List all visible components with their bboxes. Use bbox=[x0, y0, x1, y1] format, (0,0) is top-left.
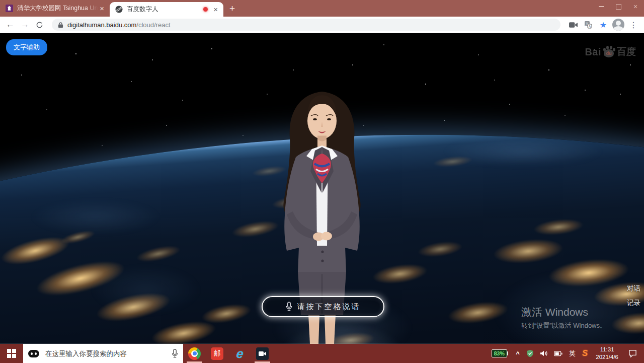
starfield bbox=[0, 33, 1, 34]
url-path: /cloud/react bbox=[136, 21, 170, 29]
svg-text:A: A bbox=[589, 25, 591, 28]
action-center-icon[interactable] bbox=[628, 349, 637, 357]
tab-title: 清华大学校园网 Tsinghua Univ bbox=[17, 4, 98, 13]
camera-app-icon bbox=[256, 347, 269, 360]
baidu-logo: Bai du 百度 bbox=[585, 45, 636, 58]
forward-button[interactable]: → bbox=[18, 20, 32, 30]
tray-date: 2021/4/6 bbox=[596, 353, 618, 361]
restore-button[interactable] bbox=[610, 0, 627, 13]
taskbar-clock[interactable]: 11:31 2021/4/6 bbox=[596, 346, 618, 361]
baidu-paw-icon: du bbox=[602, 46, 615, 58]
tray-time: 11:31 bbox=[596, 346, 618, 353]
hidden-icons-chevron[interactable]: ^ bbox=[516, 350, 520, 357]
tab-tsinghua[interactable]: 清华大学校园网 Tsinghua Univ × bbox=[0, 0, 110, 17]
avatar bbox=[612, 19, 624, 31]
battery-icon[interactable] bbox=[554, 351, 562, 356]
tsinghua-favicon bbox=[5, 5, 13, 13]
microphone-icon bbox=[286, 302, 292, 312]
url-host: digitalhuman.baidu.com bbox=[67, 21, 136, 29]
baidu-logo-cn: 百度 bbox=[617, 45, 636, 58]
baidu-logo-bai: Bai bbox=[585, 46, 601, 58]
windows-taskbar: 邮 e 83% ^ 英 S 11:31 bbox=[0, 344, 644, 363]
battery-percent-label: 83% bbox=[492, 349, 507, 357]
browser-tab-bar: 清华大学校园网 Tsinghua Univ × 百度数字人 × + × bbox=[0, 0, 644, 17]
new-tab-button[interactable]: + bbox=[223, 1, 241, 16]
screen: 清华大学校园网 Tsinghua Univ × 百度数字人 × + × ← → bbox=[0, 0, 644, 363]
chrome-icon bbox=[188, 347, 201, 360]
globe-favicon bbox=[115, 6, 123, 14]
start-button[interactable] bbox=[0, 344, 23, 363]
volume-icon[interactable] bbox=[540, 350, 548, 357]
taskbar-ie-app[interactable]: e bbox=[228, 344, 251, 363]
push-to-talk-button[interactable]: 请按下空格说话 bbox=[262, 296, 384, 317]
text-assist-button[interactable]: 文字辅助 bbox=[6, 39, 47, 55]
battery-nub bbox=[507, 351, 509, 355]
taskbar-chrome-app[interactable] bbox=[183, 344, 206, 363]
profile-avatar[interactable] bbox=[611, 19, 626, 31]
recording-indicator bbox=[203, 7, 208, 12]
push-to-talk-label: 请按下空格说话 bbox=[297, 302, 361, 312]
digital-human-page: 文字辅助 Bai du 百度 bbox=[0, 33, 644, 344]
input-language-indicator[interactable]: 英 bbox=[569, 349, 576, 358]
camera-extension-icon[interactable] bbox=[566, 22, 581, 28]
translate-extension-icon[interactable]: 文A bbox=[581, 21, 596, 29]
taskbar-search[interactable] bbox=[23, 344, 183, 363]
address-bar[interactable]: digitalhuman.baidu.com/cloud/react bbox=[52, 19, 560, 31]
dialog-tab[interactable]: 对话 bbox=[627, 284, 640, 293]
close-icon[interactable]: × bbox=[98, 5, 106, 12]
lock-icon bbox=[58, 22, 63, 28]
close-icon[interactable]: × bbox=[212, 6, 219, 13]
reload-button[interactable] bbox=[32, 20, 47, 30]
internet-explorer-icon: e bbox=[235, 347, 244, 360]
taskbar-camera-app[interactable] bbox=[251, 344, 274, 363]
browser-menu-icon[interactable]: ⋮ bbox=[626, 20, 641, 30]
back-button[interactable]: ← bbox=[3, 20, 18, 30]
tab-title: 百度数字人 bbox=[127, 5, 199, 14]
mail-icon: 邮 bbox=[211, 347, 223, 360]
browser-toolbar: ← → digitalhuman.baidu.com/cloud/react 文… bbox=[0, 17, 644, 33]
defender-shield-icon[interactable] bbox=[526, 349, 534, 357]
sogou-input-icon[interactable]: S bbox=[582, 348, 588, 358]
search-input[interactable] bbox=[44, 349, 172, 358]
record-tab[interactable]: 记录 bbox=[627, 299, 640, 308]
bookmark-star-icon[interactable]: ★ bbox=[596, 20, 611, 30]
tab-digital-human[interactable]: 百度数字人 × bbox=[110, 2, 223, 17]
side-panel-tabs: 对话 记录 bbox=[627, 284, 640, 313]
baidu-logo-du: du bbox=[604, 49, 614, 57]
windows-logo-icon bbox=[7, 349, 16, 358]
battery-percentage-widget[interactable]: 83% bbox=[492, 349, 509, 357]
taskbar-mail-app[interactable]: 邮 bbox=[206, 344, 228, 363]
minimize-button[interactable] bbox=[593, 0, 610, 13]
search-assistant-icon[interactable] bbox=[28, 350, 39, 357]
window-controls: × bbox=[593, 0, 644, 13]
search-mic-icon[interactable] bbox=[172, 349, 178, 358]
close-window-button[interactable]: × bbox=[627, 0, 644, 13]
system-tray: 83% ^ 英 S 11:31 2021/4/6 bbox=[492, 344, 644, 363]
